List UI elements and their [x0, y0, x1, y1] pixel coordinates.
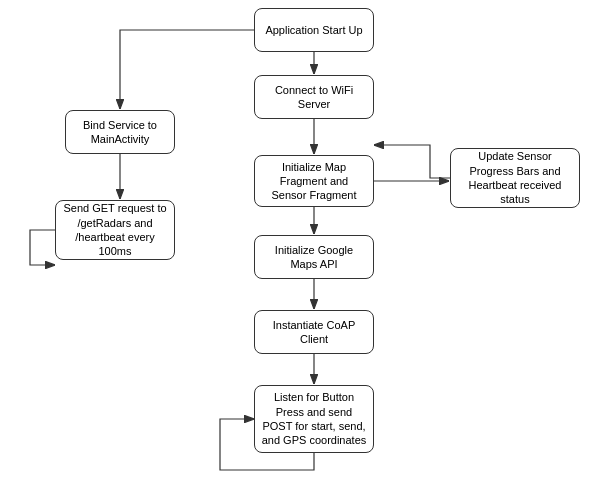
bind-service-node: Bind Service to MainActivity — [65, 110, 175, 154]
wifi-node: Connect to WiFi Server — [254, 75, 374, 119]
flowchart-diagram: Application Start Up Connect to WiFi Ser… — [0, 0, 595, 504]
listen-node: Listen for Button Press and send POST fo… — [254, 385, 374, 453]
update-sensor-node: Update Sensor Progress Bars and Heartbea… — [450, 148, 580, 208]
map-sensor-node: Initialize Map Fragment and Sensor Fragm… — [254, 155, 374, 207]
get-radars-node: Send GET request to /getRadars and /hear… — [55, 200, 175, 260]
google-maps-node: Initialize Google Maps API — [254, 235, 374, 279]
app-start-node: Application Start Up — [254, 8, 374, 52]
coap-node: Instantiate CoAP Client — [254, 310, 374, 354]
